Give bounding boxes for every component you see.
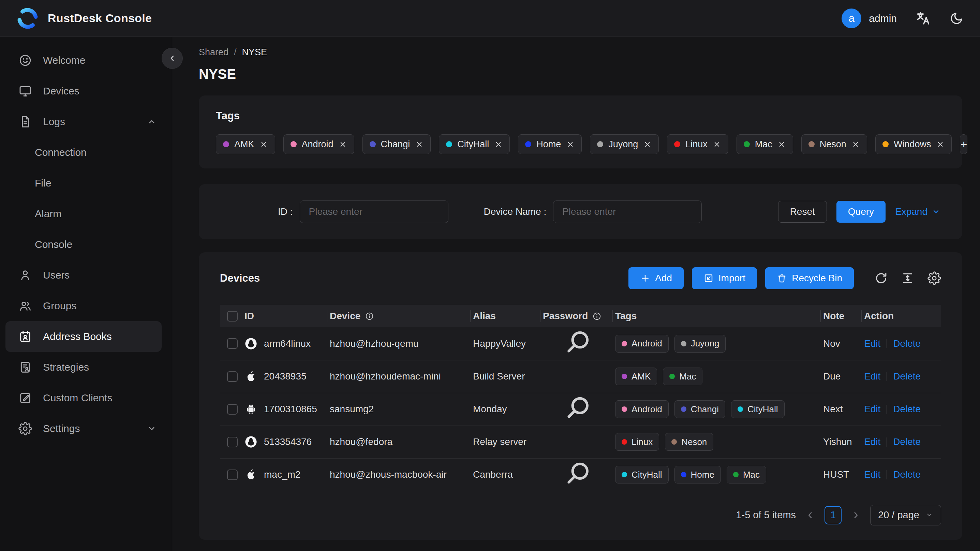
tag-chip-windows[interactable]: Windows bbox=[875, 134, 952, 154]
note-value: Nov bbox=[823, 338, 840, 349]
sidebar-subitem-alarm[interactable]: Alarm bbox=[0, 198, 172, 229]
edit-link[interactable]: Edit bbox=[864, 371, 880, 382]
row-checkbox[interactable] bbox=[227, 371, 238, 382]
row-checkbox[interactable] bbox=[227, 338, 238, 349]
column-header-id[interactable]: ID bbox=[242, 305, 327, 327]
page-size-select[interactable]: 20 / page bbox=[870, 505, 941, 526]
column-header-note[interactable]: Note bbox=[821, 305, 861, 327]
password-cell bbox=[540, 458, 612, 491]
tag-chip-amk[interactable]: AMK bbox=[216, 134, 275, 154]
expand-toggle[interactable]: Expand bbox=[895, 206, 940, 217]
refresh-icon[interactable] bbox=[874, 271, 888, 285]
delete-link[interactable]: Delete bbox=[893, 404, 921, 415]
id-filter-input[interactable] bbox=[300, 201, 449, 223]
devices-actions: Add Import Recycle Bin bbox=[628, 267, 941, 289]
delete-link[interactable]: Delete bbox=[893, 338, 921, 349]
recycle-bin-button[interactable]: Recycle Bin bbox=[765, 267, 854, 289]
sidebar-item-logs[interactable]: Logs bbox=[0, 107, 172, 137]
sidebar-item-custom-clients[interactable]: Custom Clients bbox=[0, 382, 172, 413]
sidebar-subitem-file[interactable]: File bbox=[0, 168, 172, 198]
column-header-alias[interactable]: Alias bbox=[470, 305, 540, 327]
sidebar-item-welcome[interactable]: Welcome bbox=[0, 45, 172, 76]
tag-chip-cityhall[interactable]: CityHall bbox=[439, 134, 510, 154]
remove-tag-icon[interactable] bbox=[339, 140, 347, 149]
tag-chip-changi[interactable]: Changi bbox=[363, 134, 431, 154]
info-icon[interactable] bbox=[365, 312, 374, 321]
sidebar-subitem-connection[interactable]: Connection bbox=[0, 137, 172, 168]
user-menu[interactable]: a admin bbox=[842, 8, 897, 28]
tag-chip-juyong[interactable]: Juyong bbox=[590, 134, 659, 154]
column-header-password[interactable]: Password bbox=[540, 305, 612, 327]
tag-chip-android[interactable]: Android bbox=[283, 134, 354, 154]
table-settings-gear-icon[interactable] bbox=[928, 271, 941, 285]
remove-tag-icon[interactable] bbox=[259, 140, 268, 149]
column-header-action[interactable]: Action bbox=[861, 305, 941, 327]
alias-value: Build Server bbox=[473, 371, 525, 382]
sidebar-item-address-books[interactable]: Address Books bbox=[5, 321, 162, 352]
sidebar-item-groups[interactable]: Groups bbox=[0, 290, 172, 321]
sidebar-subitem-console[interactable]: Console bbox=[0, 229, 172, 260]
edit-link[interactable]: Edit bbox=[864, 338, 880, 349]
add-tag-button[interactable]: + bbox=[960, 134, 967, 154]
column-header-inner: Action bbox=[864, 311, 941, 322]
row-checkbox[interactable] bbox=[227, 437, 238, 447]
edit-link[interactable]: Edit bbox=[864, 404, 880, 415]
file-text-icon bbox=[18, 115, 32, 129]
column-header-tags[interactable]: Tags bbox=[612, 305, 821, 327]
remove-tag-icon[interactable] bbox=[566, 140, 574, 149]
row-height-icon[interactable] bbox=[901, 271, 915, 285]
table-row: 20438935hzhou@hzhoudemac-miniBuild Serve… bbox=[220, 360, 941, 393]
delete-link[interactable]: Delete bbox=[893, 469, 921, 480]
edit-link[interactable]: Edit bbox=[864, 436, 880, 447]
row-actions: EditDelete bbox=[864, 338, 941, 349]
remove-tag-icon[interactable] bbox=[415, 140, 423, 149]
column-header-device[interactable]: Device bbox=[327, 305, 470, 327]
delete-link[interactable]: Delete bbox=[893, 436, 921, 447]
remove-tag-icon[interactable] bbox=[936, 140, 945, 149]
reset-button[interactable]: Reset bbox=[778, 201, 827, 223]
alias-value: HappyValley bbox=[473, 338, 526, 349]
sidebar-item-settings[interactable]: Settings bbox=[0, 413, 172, 444]
android-os-icon bbox=[245, 403, 258, 416]
next-page-icon[interactable] bbox=[851, 510, 861, 520]
translate-icon[interactable] bbox=[915, 11, 931, 26]
breadcrumb-parent[interactable]: Shared bbox=[199, 47, 229, 57]
sidebar-item-strategies[interactable]: Strategies bbox=[0, 352, 172, 382]
tag-chip-home[interactable]: Home bbox=[518, 134, 582, 154]
device-name-filter-input[interactable] bbox=[553, 201, 702, 223]
edit-link[interactable]: Edit bbox=[864, 469, 880, 480]
remove-tag-icon[interactable] bbox=[778, 140, 786, 149]
tag-color-dot bbox=[622, 472, 627, 477]
row-checkbox[interactable] bbox=[227, 470, 238, 480]
tag-chip-mac[interactable]: Mac bbox=[737, 134, 793, 154]
page-number-1[interactable]: 1 bbox=[824, 506, 842, 524]
row-checkbox[interactable] bbox=[227, 404, 238, 415]
tag-chip-neson[interactable]: Neson bbox=[801, 134, 867, 154]
device-id: arm64linux bbox=[264, 338, 311, 349]
delete-link[interactable]: Delete bbox=[893, 371, 921, 382]
password-search-icon[interactable] bbox=[543, 327, 612, 360]
sidebar-item-devices[interactable]: Devices bbox=[0, 76, 172, 107]
tag-chip-linux[interactable]: Linux bbox=[667, 134, 729, 154]
rustdesk-logo-icon bbox=[16, 7, 39, 30]
sidebar-item-users[interactable]: Users bbox=[0, 260, 172, 290]
password-search-icon[interactable] bbox=[543, 393, 612, 425]
table-row: mac_m2hzhou@zhous-macbook-airCanberraCit… bbox=[220, 458, 941, 491]
add-button[interactable]: Add bbox=[628, 267, 684, 289]
info-icon[interactable] bbox=[592, 312, 601, 321]
prev-page-icon[interactable] bbox=[805, 510, 815, 520]
query-button[interactable]: Query bbox=[837, 201, 886, 223]
select-all-checkbox[interactable] bbox=[227, 311, 238, 322]
dark-mode-toggle-icon[interactable] bbox=[949, 11, 964, 25]
remove-tag-icon[interactable] bbox=[494, 140, 503, 149]
remove-tag-icon[interactable] bbox=[713, 140, 721, 149]
import-button[interactable]: Import bbox=[692, 267, 757, 289]
breadcrumb-separator: / bbox=[234, 47, 237, 57]
sidebar-collapse-button[interactable] bbox=[162, 48, 183, 69]
monitor-icon bbox=[18, 84, 32, 98]
avatar[interactable]: a bbox=[842, 8, 861, 28]
row-tag-label: Home bbox=[691, 470, 714, 480]
password-search-icon[interactable] bbox=[543, 459, 612, 491]
remove-tag-icon[interactable] bbox=[643, 140, 652, 149]
remove-tag-icon[interactable] bbox=[851, 140, 860, 149]
